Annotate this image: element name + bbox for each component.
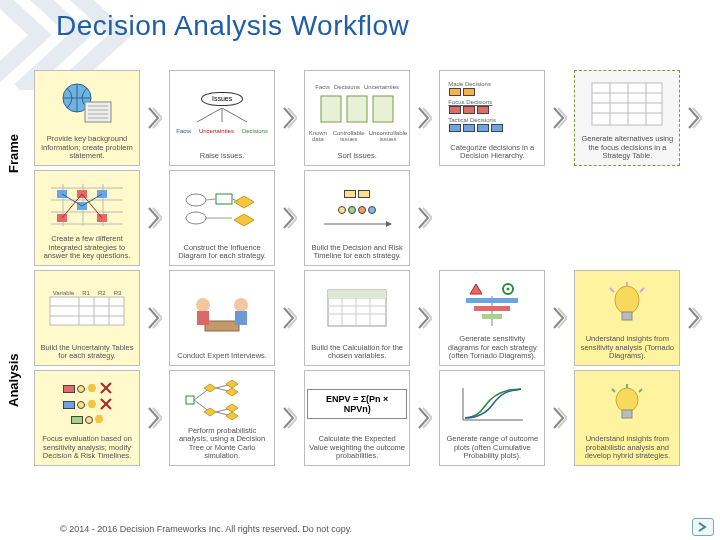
issues-oval: Issues	[201, 92, 243, 106]
svg-line-80	[639, 389, 642, 392]
caption: Conduct Expert Interviews.	[175, 351, 269, 363]
svg-marker-71	[226, 388, 238, 396]
cell-outcome-plots: Generate range of outcome plots (often C…	[439, 370, 545, 466]
enpv-formula: ENPV = Σ(Pn × NPVn)	[307, 389, 407, 419]
svg-point-43	[196, 298, 210, 312]
svg-point-57	[507, 287, 510, 290]
chevron-right-icon	[697, 522, 709, 532]
caption: Create a few different integrated strate…	[37, 234, 137, 263]
page-title: Decision Analysis Workflow	[56, 10, 409, 42]
x-mark-icon	[100, 398, 112, 410]
arrow-icon	[147, 70, 163, 166]
cell-sort-issues: Facts Decisions Uncertainties Known data…	[304, 70, 410, 166]
svg-rect-60	[474, 306, 510, 311]
cell-influence-diagram: Construct the Influence Diagram for each…	[169, 170, 275, 266]
svg-rect-44	[197, 311, 209, 325]
globe-newspaper-icon	[57, 80, 117, 128]
cell-background-info: Provide key background information; crea…	[34, 70, 140, 166]
cdf-plot-icon	[457, 384, 527, 424]
x-mark-icon	[100, 382, 112, 394]
arrow-icon	[687, 270, 703, 366]
arrow-icon	[147, 370, 163, 466]
row-label-frame: Frame	[6, 98, 26, 208]
cell-expected-value: ENPV = Σ(Pn × NPVn) Calculate the Expect…	[304, 370, 410, 466]
caption: Build the Decision and Risk Timeline for…	[307, 243, 407, 263]
svg-rect-59	[466, 298, 518, 303]
caption: Perform probabilistic analysis, using a …	[172, 426, 272, 464]
lbl-known: Known data	[307, 130, 328, 142]
caption: Understand insights from sensitivity ana…	[577, 334, 677, 363]
arrow-icon	[417, 370, 433, 466]
lbl-controllable: Controllable issues	[332, 130, 366, 142]
issues-branch-icon	[187, 108, 257, 126]
spreadsheet-icon	[322, 286, 392, 330]
arrow-icon	[282, 170, 298, 266]
uncertainty-table-icon	[49, 296, 125, 326]
timeline-axis-icon	[322, 221, 392, 227]
cell-probabilistic-analysis: Perform probabilistic analysis, using a …	[169, 370, 275, 466]
row-label-analysis: Analysis	[6, 320, 26, 440]
svg-rect-63	[622, 312, 632, 320]
caption: Generate sensitivity diagrams for each s…	[442, 334, 542, 363]
warning-triangle-icon	[469, 283, 483, 295]
svg-rect-9	[592, 83, 662, 125]
arrow-icon	[282, 270, 298, 366]
svg-marker-35	[386, 221, 392, 227]
interview-icon	[187, 291, 257, 335]
svg-point-30	[186, 212, 206, 224]
cell-raise-issues: Issues Facts Uncertainties Decisions Rai…	[169, 70, 275, 166]
target-circle-icon	[501, 283, 515, 295]
svg-line-79	[612, 389, 615, 392]
caption: Understand insights from probabilistic a…	[577, 434, 677, 463]
arrow-icon	[417, 170, 433, 266]
svg-marker-73	[226, 412, 238, 420]
cell-integrated-strategies: Create a few different integrated strate…	[34, 170, 140, 266]
svg-marker-32	[234, 196, 254, 208]
caption: Construct the Influence Diagram for each…	[172, 243, 272, 263]
caption: Generate range of outcome plots (often C…	[442, 434, 542, 463]
svg-marker-72	[226, 404, 238, 412]
arrow-icon	[552, 270, 568, 366]
svg-line-66	[640, 288, 644, 292]
footer-copyright: © 2014 - 2016 Decision Frameworks Inc. A…	[60, 524, 352, 534]
caption: Provide key background information; crea…	[37, 134, 137, 163]
svg-marker-70	[226, 380, 238, 388]
caption: Raise issues.	[198, 151, 247, 163]
cell-tornado-diagram: Generate sensitivity diagrams for each s…	[439, 270, 545, 366]
label-uncertainties: Uncertainties	[199, 128, 234, 134]
cell-probabilistic-insights: Understand insights from probabilistic a…	[574, 370, 680, 466]
svg-marker-55	[470, 284, 482, 294]
svg-point-62	[615, 286, 639, 314]
svg-rect-8	[373, 96, 393, 122]
caption: Sort issues.	[336, 151, 379, 163]
svg-line-65	[610, 288, 614, 292]
caption: Categorize decisions in a Decision Hiera…	[442, 143, 542, 163]
next-slide-button[interactable]	[692, 518, 714, 536]
svg-rect-7	[347, 96, 367, 122]
caption: Build the Uncertainty Tables for each st…	[37, 343, 137, 363]
decision-tree-icon	[182, 380, 262, 420]
label-facts: Facts	[176, 128, 191, 134]
svg-rect-77	[622, 410, 632, 418]
svg-rect-54	[328, 290, 386, 298]
arrow-icon	[282, 70, 298, 166]
arrow-icon	[687, 70, 703, 166]
svg-point-76	[616, 388, 638, 412]
cell-expert-interviews: Conduct Expert Interviews.	[169, 270, 275, 366]
caption: Calculate the Expected Value weighting t…	[307, 434, 407, 463]
arrow-icon	[552, 70, 568, 166]
cell-focus-evaluation: Focus evaluation based on sensitivity an…	[34, 370, 140, 466]
tornado-icon	[452, 296, 532, 326]
arrow-icon	[417, 70, 433, 166]
sort-boxes-icon	[317, 90, 397, 130]
svg-rect-61	[482, 314, 502, 319]
arrow-icon	[282, 370, 298, 466]
svg-marker-33	[234, 214, 254, 226]
workflow-grid: Provide key background information; crea…	[34, 70, 714, 466]
lightbulb-icon	[602, 384, 652, 424]
svg-rect-42	[205, 321, 239, 331]
cell-uncertainty-tables: Variable R1 R2 R3 Build the Uncertainty …	[34, 270, 140, 366]
svg-rect-36	[50, 297, 124, 325]
svg-rect-46	[235, 311, 247, 325]
arrow-icon	[417, 270, 433, 366]
